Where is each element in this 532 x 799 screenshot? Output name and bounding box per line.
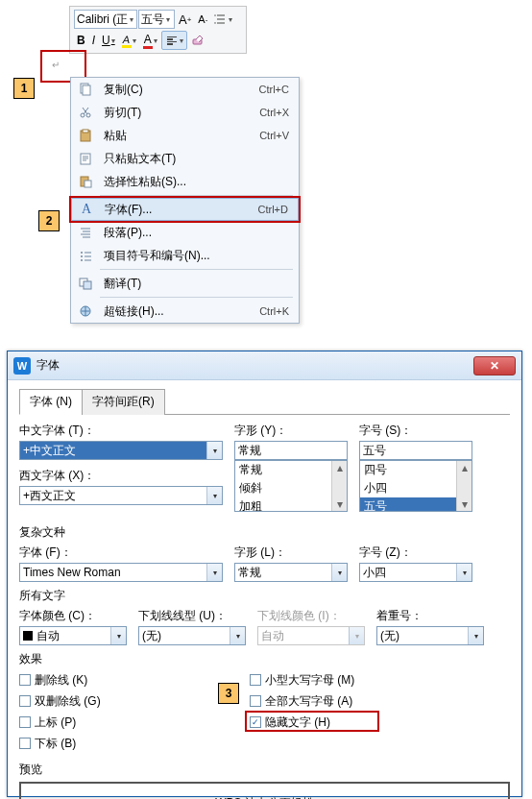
highlight-button[interactable]: A ▾ <box>119 31 139 50</box>
format-painter-button[interactable] <box>188 31 207 50</box>
font-color-button[interactable]: A ▾ <box>140 31 160 50</box>
style-listbox[interactable]: 常规 倾斜 加粗 ▴▾ <box>234 460 348 512</box>
all-caps-checkbox[interactable]: 全部大写字母 (A) <box>250 692 480 710</box>
west-font-value: +西文正文 <box>23 488 76 504</box>
ctx-copy[interactable]: 复制(C) Ctrl+C <box>71 78 299 101</box>
formatting-toolbar: Calibri (正▾ 五号▾ A+ A- ▾ B I U▾ A ▾ A ▾ <box>69 6 247 54</box>
caret-down-icon: ▾ <box>130 15 133 24</box>
emphasis-combo[interactable]: (无)▾ <box>376 626 484 645</box>
font-color-combo[interactable]: 自动▾ <box>19 626 127 645</box>
style-label: 字形 (Y)： <box>234 423 348 439</box>
list-item[interactable]: 倾斜 <box>235 479 347 497</box>
font-size-combo[interactable]: 五号▾ <box>138 10 175 29</box>
complex-script-group: 复杂文种 <box>19 524 510 541</box>
paste-special-icon <box>79 175 92 188</box>
double-strike-checkbox[interactable]: 双删除线 (G) <box>19 692 250 710</box>
ctx-bullets[interactable]: 项目符号和编号(N)... <box>71 244 299 267</box>
list-item[interactable]: 五号 <box>360 497 472 512</box>
dialog-title: 字体 <box>36 357 473 374</box>
separator <box>100 269 293 270</box>
translate-icon <box>79 277 92 290</box>
list-icon <box>79 249 92 262</box>
italic-button[interactable]: I <box>89 31 98 50</box>
list-item[interactable]: 加粗 <box>235 497 347 512</box>
underline-button[interactable]: U▾ <box>99 31 118 50</box>
all-text-group: 所有文字 <box>19 588 510 604</box>
clipboard-icon <box>79 129 92 142</box>
cn-font-label: 中文字体 (T)： <box>19 423 223 439</box>
superscript-checkbox[interactable]: 上标 (P) <box>19 714 250 731</box>
scrollbar[interactable]: ▴▾ <box>456 461 472 511</box>
scrollbar[interactable]: ▴▾ <box>331 461 347 511</box>
complex-size-label: 字号 (Z)： <box>359 545 472 561</box>
font-name-value: Calibri (正 <box>77 12 128 28</box>
ctx-cut-shortcut: Ctrl+X <box>252 107 289 118</box>
ctx-bullets-label: 项目符号和编号(N)... <box>100 248 289 264</box>
line-spacing-button[interactable]: ▾ <box>211 10 235 29</box>
ctx-paste-special-label: 选择性粘贴(S)... <box>100 174 289 190</box>
svg-point-10 <box>81 252 83 254</box>
size-input[interactable]: 五号 <box>359 441 472 460</box>
separator <box>100 297 293 298</box>
west-font-combo[interactable]: +西文正文 ▾ <box>19 486 223 505</box>
ctx-hyperlink-shortcut: Ctrl+K <box>252 305 289 317</box>
preview-box: WPS 让办公更轻松 <box>19 782 510 799</box>
effects-group: 效果 <box>19 651 510 667</box>
complex-size-combo[interactable]: 小四▾ <box>359 563 472 582</box>
complex-font-combo[interactable]: Times New Roman▾ <box>19 563 223 582</box>
ctx-hyperlink[interactable]: 超链接(H)... Ctrl+K <box>71 300 299 323</box>
size-label: 字号 (S)： <box>359 423 472 439</box>
ctx-paragraph-label: 段落(P)... <box>100 225 289 241</box>
subscript-checkbox[interactable]: 下标 (B) <box>19 735 250 752</box>
ctx-paste-special[interactable]: 选择性粘贴(S)... <box>71 170 299 193</box>
west-font-label: 西文字体 (X)： <box>19 468 223 484</box>
complex-font-label: 字体 (F)： <box>19 545 223 561</box>
ctx-paste-text[interactable]: 只粘贴文本(T) <box>71 147 299 170</box>
paragraph-mark-icon: ↵ <box>52 60 60 70</box>
grow-font-button[interactable]: A+ <box>176 10 194 29</box>
font-dialog: W 字体 ✕ 字体 (N) 字符间距(R) 中文字体 (T)： +中文正文 ▾ … <box>7 351 522 797</box>
list-item[interactable]: 四号 <box>360 461 472 479</box>
preview-group: 预览 <box>19 762 510 778</box>
scissors-icon <box>79 106 92 119</box>
bold-button[interactable]: B <box>74 31 88 50</box>
ctx-cut-label: 剪切(T) <box>100 105 252 121</box>
cn-font-combo[interactable]: +中文正文 ▾ <box>19 441 223 460</box>
complex-style-combo[interactable]: 常规▾ <box>234 563 348 582</box>
link-icon <box>79 304 92 318</box>
ctx-paste-shortcut: Ctrl+V <box>252 130 289 141</box>
underline-style-combo[interactable]: (无)▾ <box>138 626 246 645</box>
strike-checkbox[interactable]: 删除线 (K) <box>19 671 250 689</box>
ctx-paragraph[interactable]: 段落(P)... <box>71 221 299 244</box>
font-name-combo[interactable]: Calibri (正▾ <box>74 10 137 29</box>
annotation-tag-1: 1 <box>13 78 35 99</box>
size-listbox[interactable]: 四号 小四 五号 ▴▾ <box>359 460 472 512</box>
ctx-cut[interactable]: 剪切(T) Ctrl+X <box>71 101 299 124</box>
align-left-icon <box>165 36 179 45</box>
highlight-font-menu-item <box>69 196 301 223</box>
preview-text: WPS 让办公更轻松 <box>215 795 314 800</box>
ctx-copy-shortcut: Ctrl+C <box>252 84 289 95</box>
underline-style-label: 下划线线型 (U)： <box>138 608 246 624</box>
tab-char-spacing[interactable]: 字符间距(R) <box>82 389 165 415</box>
small-caps-checkbox[interactable]: 小型大写字母 (M) <box>250 671 480 689</box>
shrink-font-button[interactable]: A- <box>195 10 210 29</box>
ctx-paste[interactable]: 粘贴 Ctrl+V <box>71 124 299 147</box>
list-item[interactable]: 常规 <box>235 461 347 479</box>
ctx-paste-text-label: 只粘贴文本(T) <box>100 151 289 167</box>
close-button[interactable]: ✕ <box>473 356 516 375</box>
highlight-hidden-checkbox <box>245 711 379 732</box>
style-input[interactable]: 常规 <box>234 441 348 460</box>
svg-point-12 <box>81 259 83 261</box>
complex-style-label: 字形 (L)： <box>234 545 348 561</box>
ctx-copy-label: 复制(C) <box>100 82 252 98</box>
align-button[interactable]: ▾ <box>161 31 187 50</box>
context-menu: 复制(C) Ctrl+C 剪切(T) Ctrl+X 粘贴 Ctrl+V 只粘贴文… <box>70 77 300 324</box>
ctx-translate[interactable]: 翻译(T) <box>71 272 299 295</box>
underline-color-combo: 自动▾ <box>257 626 365 645</box>
svg-rect-6 <box>83 130 88 133</box>
app-icon: W <box>13 357 31 375</box>
svg-rect-9 <box>85 181 91 187</box>
list-item[interactable]: 小四 <box>360 479 472 497</box>
tab-font[interactable]: 字体 (N) <box>19 389 83 415</box>
